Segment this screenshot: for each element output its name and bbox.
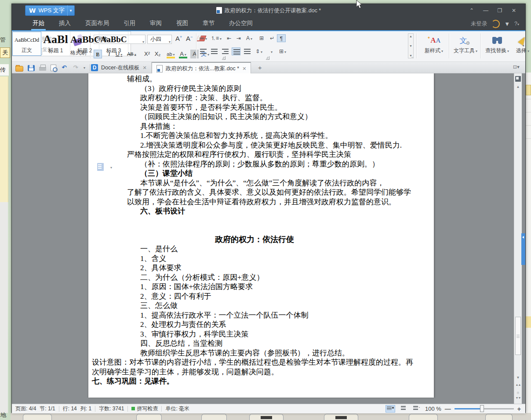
document-line[interactable]: （补：依照法律程序的原则；少数服从多数的原则；尊重少数的原则。） [88, 159, 434, 169]
document-line[interactable]: 2、具体要求 [88, 263, 434, 273]
highlight-button[interactable]: ab [167, 50, 175, 58]
new-tab-button[interactable]: ＋ [255, 64, 265, 72]
doc-tab[interactable]: DDocer-在线模板✕ [87, 62, 152, 73]
document-line[interactable]: 教师组织学生反思本节课的主要内容（参照板书），进行总结。 [88, 348, 434, 358]
document-line[interactable]: 1、原因：国体+依法治国方略要求 [88, 282, 434, 292]
zoom-slider-handle[interactable] [480, 405, 484, 412]
distribute-button[interactable] [243, 47, 251, 55]
numbered-list-button[interactable]: ⒈≡ [211, 34, 219, 42]
gallery-up-icon[interactable]: ▲ [409, 35, 412, 38]
status-拼写检查[interactable]: 拼写检查 [131, 405, 158, 413]
minimize-button[interactable]: — [480, 6, 492, 15]
gallery-down-icon[interactable]: ▼ [409, 44, 412, 47]
style-card-标题 3[interactable]: AaBbC标题 3 [99, 32, 128, 56]
document-line[interactable]: 3、审慎行事权力，科学民主决策 [88, 329, 434, 339]
style-gallery-scroll[interactable]: ▲ ▼ ▼̲ [408, 33, 414, 58]
gallery-more-icon[interactable]: ▼̲ [409, 54, 412, 57]
redo-icon[interactable]: ↷ [72, 64, 79, 71]
decrease-indent-button[interactable]: ⇤ [225, 34, 233, 42]
app-menu-button[interactable]: W WPS 文字 ▾ [25, 5, 75, 16]
justify-button[interactable] [232, 47, 240, 55]
document-line[interactable]: 严格按照法定的权限和程序行使权力、履行职责，坚持科学民主决策 [88, 150, 434, 159]
wrap-button[interactable]: ↵ [268, 34, 276, 42]
open-file-icon[interactable] [15, 66, 23, 72]
document-line[interactable]: 2.增强决策透明度和公众参与度，使决策更好地反映民意、集中明智、爱惜民力. [88, 141, 434, 150]
document-line[interactable]: （三）课堂小结 [88, 169, 434, 178]
close-tab-icon[interactable]: ✕ [242, 66, 246, 72]
new-style-button[interactable]: ✦AA新样式 [420, 34, 448, 54]
document-line[interactable]: 本节课从“是什么”、“为什么”、“怎么做”三个角度解读了依法行政的内容， [88, 178, 434, 188]
document-line[interactable]: （回顾民主决策的旧知识，民主决策的方式和意义） [88, 112, 434, 122]
document-line[interactable]: 2、处理权力与责任的关系 [88, 320, 434, 329]
scroll-up-icon[interactable]: ▲ [514, 85, 522, 89]
collapse-ribbon-button[interactable]: ⌃ [466, 6, 478, 15]
menu-tab-引用[interactable]: 引用 [122, 17, 137, 30]
document-line[interactable]: 2、意义：四个有利于 [88, 292, 434, 301]
line-spacing-button[interactable]: ⇕ [255, 47, 263, 55]
document-line[interactable]: 四、反思总结，当堂检测 [88, 339, 434, 348]
document-line[interactable]: 决策是首要环节，是否科学关系国计民生。 [88, 103, 434, 112]
document-line[interactable]: 1.不断完善决策信息和智力支持系统，提高决策的科学性。 [88, 131, 434, 141]
document-line[interactable]: 政府的权力：依法行使 [88, 235, 434, 245]
scroll-down-icon[interactable]: ▼ [514, 376, 522, 380]
quick-access-dropdown-icon[interactable]: ▾ [84, 66, 85, 70]
save-icon[interactable] [28, 65, 35, 71]
document-line[interactable] [88, 225, 434, 235]
document-line[interactable]: 次明确学生是学习的主体，并能够发现，问题解决问题。 [88, 367, 434, 377]
borders-button[interactable]: ⊞ [278, 47, 287, 55]
menu-tab-视图[interactable]: 视图 [175, 17, 189, 30]
select-browse-object-icon[interactable]: ○ [514, 391, 522, 395]
document-line[interactable]: 以致用，学会在社会生活中辩证看待政府权力，并且增强对政府权力监督的意识。 [88, 197, 434, 207]
page-view-button[interactable] [386, 405, 395, 413]
align-right-button[interactable] [221, 47, 229, 55]
tab-list-icon[interactable]: ⊡▾ [513, 64, 521, 71]
web-view-button[interactable]: ◔ [412, 405, 422, 413]
help-button[interactable]: ?▾ [514, 21, 519, 27]
find-replace-button[interactable]: 查找替换 [483, 34, 511, 54]
zoom-out-button[interactable]: — [445, 406, 451, 413]
login-status[interactable]: 未登录 [471, 20, 487, 28]
document-line[interactable]: 三、怎么做 [88, 301, 434, 311]
document-line[interactable]: 设计意图：对本节课的内容进行小结，学生的概括过程也是检验学生对本节课理解程度的过… [88, 358, 434, 367]
next-page-icon[interactable]: ▼▼ [514, 397, 522, 399]
document-line[interactable]: 六、板书设计 [88, 206, 434, 216]
shading-button[interactable] [267, 47, 276, 55]
font-size-select[interactable]: 小四▾ [147, 35, 172, 44]
document-line[interactable]: 一、是什么 [88, 244, 434, 254]
skin-icon[interactable]: ▼ [504, 21, 510, 27]
paste-options-widget[interactable]: ▾ [97, 163, 112, 172]
document-line[interactable]: 1、提高依法行政水平：一个立法一个队伍一个体制 [88, 311, 434, 320]
menu-tab-开始[interactable]: 开始 [31, 17, 46, 30]
ribbon-overflow-icon[interactable]: ◂ [522, 43, 524, 47]
strikethrough-button[interactable]: AB [127, 50, 136, 58]
points-icon[interactable] [491, 20, 500, 28]
document-line[interactable]: 七、练习巩固：见课件。 [88, 377, 434, 386]
menu-tab-章节[interactable]: 章节 [201, 17, 216, 30]
bullet-list-button[interactable]: ≔ [199, 34, 207, 42]
style-card-正文[interactable]: AaBbCcDd正文 [12, 32, 41, 56]
font-dialog-launcher[interactable] [222, 56, 225, 60]
document-line[interactable]: 二、为什么（分析模式：原因+意义） [88, 273, 434, 282]
menu-tab-审阅[interactable]: 审阅 [149, 17, 163, 30]
font-color-button[interactable]: A [179, 50, 187, 58]
zoom-slider[interactable] [455, 408, 514, 409]
document-page[interactable]: 辅相成。（3）政府行使民主决策的原则政府权力的行使：决策、执行、监督。决策是首要… [88, 73, 434, 398]
increase-indent-button[interactable]: ⇥ [234, 34, 243, 42]
sidebar-toggle-icon[interactable] [515, 76, 521, 82]
character-scale-button[interactable]: A [245, 34, 254, 42]
maximize-button[interactable]: ❐ [494, 6, 506, 15]
vertical-scrollbar[interactable]: ▲ ▼ ▲▲ ○ ▼▼ [514, 73, 522, 404]
scrollbar-thumb[interactable] [515, 317, 521, 355]
document-line[interactable]: （3）政府行使民主决策的原则 [88, 84, 434, 94]
shrink-font-button[interactable]: A− [186, 35, 193, 42]
menu-tab-插入[interactable]: 插入 [58, 17, 72, 30]
table-grid-button[interactable]: ⊞ [257, 34, 266, 42]
document-line[interactable]: 1、含义 [88, 254, 434, 264]
document-line[interactable]: 辅相成。 [88, 74, 434, 84]
subscript-button[interactable]: X₂ [153, 50, 162, 58]
menu-tab-办公空间[interactable]: 办公空间 [228, 17, 254, 30]
document-line[interactable]: 政府权力的行使：决策、执行、监督。 [88, 93, 434, 103]
zoom-in-button[interactable]: + [517, 406, 521, 413]
undo-icon[interactable]: ↶ [61, 64, 68, 71]
style-card-标题 1[interactable]: AaBl标题 1 [41, 32, 70, 56]
